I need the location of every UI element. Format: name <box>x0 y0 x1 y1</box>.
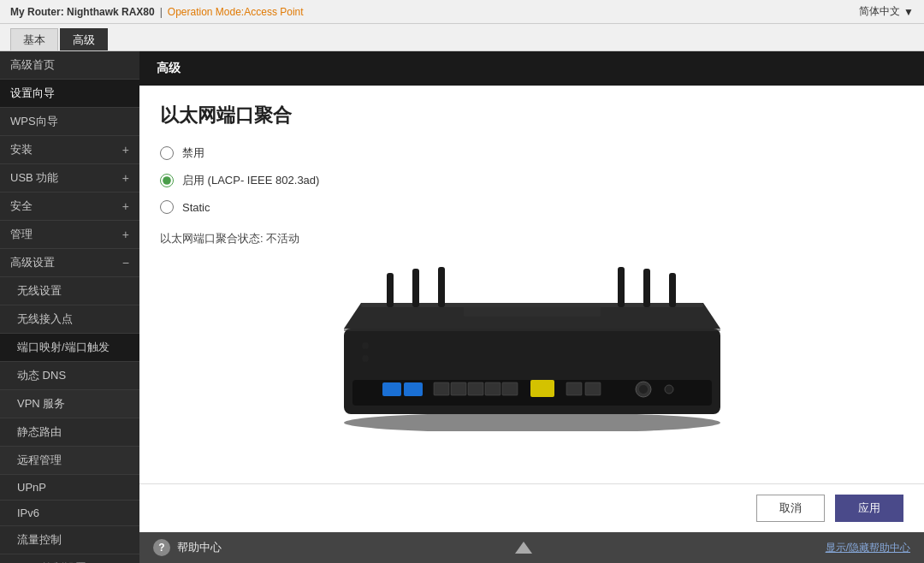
svg-rect-15 <box>434 382 449 395</box>
svg-rect-17 <box>468 382 483 395</box>
radio-enabled[interactable] <box>160 174 174 187</box>
plus-icon: + <box>122 143 129 157</box>
content-area: 高级 以太网端口聚合 禁用 启用 (LACP- IEEE 802.3ad) S <box>139 51 924 563</box>
svg-rect-14 <box>404 382 423 396</box>
router-name: My Router: Nighthawk RAX80 <box>10 6 155 18</box>
sidebar-item-upnp[interactable]: UPnP <box>0 475 139 501</box>
help-toggle-link[interactable]: 显示/隐藏帮助中心 <box>826 541 910 555</box>
sidebar-item-wps[interactable]: WPS向导 <box>0 108 139 136</box>
sidebar-item-led[interactable]: LED 控制设置 <box>0 554 139 563</box>
sidebar-item-usb[interactable]: USB 功能 + <box>0 164 139 193</box>
tab-advanced[interactable]: 高级 <box>60 28 108 50</box>
svg-rect-9 <box>669 273 676 307</box>
page-title: 以太网端口聚合 <box>160 103 903 128</box>
svg-point-11 <box>362 342 369 349</box>
svg-rect-22 <box>585 382 601 395</box>
sidebar-item-remote-mgmt[interactable]: 远程管理 <box>0 447 139 475</box>
plus-icon: + <box>122 199 129 213</box>
help-toggle-icon[interactable] <box>515 542 532 554</box>
sidebar-item-install[interactable]: 安装 + <box>0 136 139 164</box>
plus-icon: + <box>122 228 129 241</box>
cancel-button[interactable]: 取消 <box>756 495 825 522</box>
apply-button[interactable]: 应用 <box>835 495 903 522</box>
sidebar: 高级首页 设置向导 WPS向导 安装 + USB 功能 + 安全 + 管理 <box>0 51 139 563</box>
router-image <box>318 260 746 431</box>
sidebar-item-advanced-settings[interactable]: 高级设置 − <box>0 249 139 277</box>
content-body: 以太网端口聚合 禁用 启用 (LACP- IEEE 802.3ad) Stati… <box>139 86 924 483</box>
plus-icon: + <box>122 171 129 185</box>
svg-rect-26 <box>464 306 601 317</box>
top-bar-right: 简体中文 ▼ <box>859 4 914 19</box>
radio-group: 禁用 启用 (LACP- IEEE 802.3ad) Static <box>160 145 903 214</box>
radio-static-item[interactable]: Static <box>160 200 903 214</box>
svg-rect-20 <box>530 380 554 397</box>
lang-arrow-icon[interactable]: ▼ <box>903 6 914 18</box>
svg-rect-13 <box>382 382 401 396</box>
operation-mode: Operation Mode:Access Point <box>168 6 304 18</box>
radio-static[interactable] <box>160 200 174 214</box>
minus-icon: − <box>122 256 129 270</box>
router-image-container <box>160 260 903 431</box>
radio-enabled-item[interactable]: 启用 (LACP- IEEE 802.3ad) <box>160 173 903 188</box>
sidebar-item-ipv6[interactable]: IPv6 <box>0 501 139 526</box>
content-header: 高级 <box>139 51 924 86</box>
radio-disabled-item[interactable]: 禁用 <box>160 145 903 161</box>
svg-point-0 <box>344 412 720 431</box>
svg-rect-8 <box>643 269 650 307</box>
sidebar-item-static-route[interactable]: 静态路由 <box>0 418 139 447</box>
sidebar-item-vpn[interactable]: VPN 服务 <box>0 390 139 418</box>
sidebar-item-admin[interactable]: 管理 + <box>0 221 139 249</box>
help-bar: ? 帮助中心 显示/隐藏帮助中心 <box>139 532 924 563</box>
svg-rect-4 <box>387 273 394 307</box>
svg-rect-19 <box>502 382 518 395</box>
svg-point-12 <box>362 355 369 362</box>
sidebar-item-traffic[interactable]: 流量控制 <box>0 526 139 554</box>
svg-rect-7 <box>618 267 625 307</box>
sidebar-item-ddns[interactable]: 动态 DNS <box>0 362 139 390</box>
status-line: 以太网端口聚合状态: 不活动 <box>160 231 903 246</box>
help-bar-left: ? 帮助中心 <box>153 539 222 556</box>
main-layout: 高级首页 设置向导 WPS向导 安装 + USB 功能 + 安全 + 管理 <box>0 51 924 563</box>
svg-rect-27 <box>344 329 720 331</box>
help-icon: ? <box>153 539 170 556</box>
svg-point-24 <box>639 385 648 394</box>
top-bar-left: My Router: Nighthawk RAX80 | Operation M… <box>10 6 304 18</box>
lang-label: 简体中文 <box>859 4 900 19</box>
svg-rect-18 <box>485 382 500 395</box>
router-svg <box>318 260 746 431</box>
radio-static-label: Static <box>182 201 210 214</box>
help-bar-center[interactable] <box>515 542 532 554</box>
svg-rect-5 <box>412 269 419 307</box>
svg-rect-16 <box>451 382 466 395</box>
radio-disabled[interactable] <box>160 146 174 160</box>
tab-basic[interactable]: 基本 <box>10 28 58 50</box>
sidebar-item-home[interactable]: 高级首页 <box>0 51 139 80</box>
svg-rect-21 <box>566 382 582 395</box>
radio-disabled-label: 禁用 <box>182 145 204 161</box>
radio-enabled-label: 启用 (LACP- IEEE 802.3ad) <box>182 173 319 188</box>
tabs-row: 基本 高级 <box>0 24 924 51</box>
svg-point-25 <box>665 385 673 394</box>
sidebar-item-port-forward[interactable]: 端口映射/端口触发 <box>0 334 139 362</box>
svg-rect-6 <box>438 267 445 307</box>
sidebar-item-setup-wizard[interactable]: 设置向导 <box>0 80 139 108</box>
help-label: 帮助中心 <box>177 540 222 555</box>
sidebar-item-wireless[interactable]: 无线设置 <box>0 277 139 305</box>
sidebar-item-wireless-ap[interactable]: 无线接入点 <box>0 305 139 334</box>
top-bar: My Router: Nighthawk RAX80 | Operation M… <box>0 0 924 24</box>
footer-buttons: 取消 应用 <box>139 483 924 532</box>
separator: | <box>160 6 163 18</box>
sidebar-item-security[interactable]: 安全 + <box>0 193 139 221</box>
